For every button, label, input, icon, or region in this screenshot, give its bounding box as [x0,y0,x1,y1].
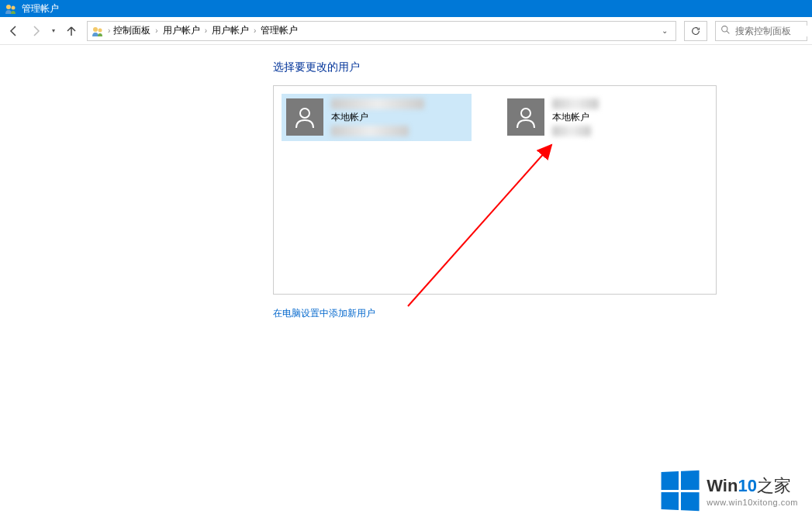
breadcrumb-item[interactable]: 用户帐户 [163,24,200,37]
window-titlebar: 管理帐户 [0,0,812,17]
user-name: ████ [552,98,599,109]
refresh-button[interactable] [684,21,707,41]
avatar-icon [286,98,323,136]
toolbar: ▾ › 控制面板 › 用户帐户 › 用户帐户 › 管理帐户 ⌄ [0,17,812,45]
svg-point-3 [98,28,102,32]
user-info: ████ 本地帐户 █████ [552,98,599,136]
up-button[interactable] [62,22,81,40]
svg-line-8 [408,145,551,306]
avatar-icon [507,98,544,136]
user-extra: ████████ [331,126,409,136]
watermark-url: www.win10xitong.com [707,498,798,507]
content-area: 选择要更改的用户 ██████ 本地帐户 ████████ ████ 本地帐户 … [0,45,812,320]
svg-line-5 [727,31,729,33]
user-name: ██████ [331,98,424,109]
add-user-link[interactable]: 在电脑设置中添加新用户 [273,307,375,320]
user-type-label: 本地帐户 [552,111,599,124]
chevron-right-icon[interactable]: › [155,26,157,35]
address-dropdown-icon[interactable]: ⌄ [657,26,672,35]
user-type-label: 本地帐户 [331,111,424,124]
chevron-right-icon[interactable]: › [205,26,207,35]
page-heading: 选择要更改的用户 [273,60,812,74]
user-accounts-icon [5,2,17,15]
search-icon [720,25,731,37]
svg-point-7 [521,109,530,118]
windows-logo-icon [662,471,700,511]
user-info: ██████ 本地帐户 ████████ [331,98,424,136]
recent-locations-dropdown[interactable]: ▾ [48,27,59,34]
breadcrumb-item[interactable]: 管理帐户 [261,24,298,37]
breadcrumb-item[interactable]: 控制面板 [113,24,150,37]
svg-point-0 [6,5,11,9]
svg-point-6 [300,109,309,118]
user-tile[interactable]: ██████ 本地帐户 ████████ [282,94,472,141]
watermark-brand: Win10之家 [707,474,798,498]
address-bar[interactable]: › 控制面板 › 用户帐户 › 用户帐户 › 管理帐户 ⌄ [87,21,676,41]
back-button[interactable] [5,22,23,40]
user-extra: █████ [552,126,591,136]
search-box[interactable] [715,21,807,41]
svg-point-2 [93,27,98,32]
chevron-right-icon[interactable]: › [108,26,110,35]
svg-point-1 [12,6,16,10]
window-title: 管理帐户 [22,2,59,16]
annotation-arrow [400,136,571,314]
user-list-panel: ██████ 本地帐户 ████████ ████ 本地帐户 █████ [273,85,717,295]
breadcrumb: 控制面板 › 用户帐户 › 用户帐户 › 管理帐户 [113,24,654,37]
user-accounts-icon [91,24,105,38]
chevron-right-icon[interactable]: › [254,26,256,35]
search-input[interactable] [735,26,812,36]
svg-point-4 [722,26,727,31]
user-tile[interactable]: ████ 本地帐户 █████ [503,94,693,141]
breadcrumb-item[interactable]: 用户帐户 [212,24,249,37]
watermark: Win10之家 www.win10xitong.com [660,471,798,510]
forward-button[interactable] [26,22,45,40]
